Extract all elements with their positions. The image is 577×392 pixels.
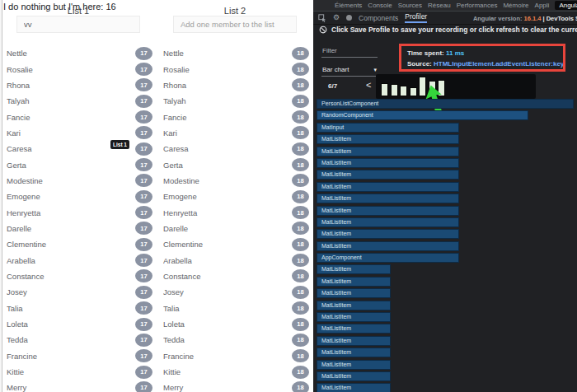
list-item[interactable]: Darelle17 (7, 221, 152, 236)
profiler-bar-matlistitem[interactable]: MatListItem (317, 217, 459, 227)
list-item[interactable]: Talia17 (7, 301, 152, 316)
chevron-down-icon: ▾ (373, 67, 377, 73)
list-item[interactable]: Nettle18 (163, 45, 309, 61)
previous-frame-button[interactable]: < (366, 80, 371, 90)
list-item[interactable]: Loleta18 (163, 316, 309, 332)
list-item[interactable]: Constance18 (163, 268, 309, 284)
list-item[interactable]: Francine17 (7, 348, 152, 364)
list-item[interactable]: Fancie17 (7, 109, 152, 124)
list-item[interactable]: Arabella17 (7, 252, 152, 268)
list-item[interactable]: Caresa18 (163, 141, 309, 156)
profiler-bar-matlistitem[interactable]: MatListItem (317, 360, 391, 370)
list-item[interactable]: Talyah17 (7, 93, 152, 109)
subtab-profiler-active[interactable]: Profiler (405, 12, 427, 23)
list1-add-member-input[interactable] (16, 16, 140, 33)
profiler-bar-matlistitem[interactable]: MatListItem (317, 324, 391, 334)
profiler-bar-matlistitem[interactable]: MatListItem (317, 301, 391, 310)
list-item[interactable]: Kittie18 (163, 364, 309, 380)
frame-bar[interactable] (400, 86, 407, 96)
list-item[interactable]: Loleta17 (7, 316, 152, 332)
list-item[interactable]: Henryetta17 (7, 204, 152, 220)
list-item[interactable]: Caresa17 (7, 141, 152, 156)
list-item[interactable]: Modestine18 (163, 173, 309, 189)
list-item[interactable]: Rosalie17 (7, 61, 152, 77)
profiler-bar-matlistitem[interactable]: MatListItem (317, 170, 459, 180)
chart-type-select[interactable]: Bar chart ▾ (321, 64, 378, 77)
profiler-bar-matlistitem[interactable]: MatListItem (317, 336, 391, 346)
list-item[interactable]: Kittie17 (7, 364, 152, 380)
profiler-bar-matlistitem[interactable]: MatListItem (317, 371, 391, 381)
list-item[interactable]: Emogene17 (7, 189, 152, 204)
list-item[interactable]: Tedda18 (163, 332, 309, 348)
profiler-bar-matlistitem[interactable]: MatListItem (317, 194, 459, 203)
list-item[interactable]: Henryetta18 (163, 204, 309, 220)
profiler-bar-matlistitem[interactable]: MatListItem (317, 134, 459, 144)
frame-bar[interactable] (410, 87, 417, 96)
tab-console[interactable]: Console (368, 2, 392, 9)
list1-members: Nettle17Rosalie17Rhona17Talyah17Fancie17… (7, 45, 152, 392)
list-item[interactable]: Merry18 (163, 380, 309, 392)
list-item[interactable]: Kari18 (163, 125, 309, 141)
profiler-bar-matlistitem[interactable]: MatListItem (317, 383, 391, 392)
list-item[interactable]: Talia18 (163, 301, 309, 316)
component-picker-icon[interactable] (318, 14, 326, 22)
list-item[interactable]: Clementine17 (7, 236, 152, 252)
tab-memory[interactable]: Mémoire (503, 2, 528, 9)
profiler-bar-matinput[interactable]: MatInput (317, 123, 459, 133)
page-scrollbar[interactable] (0, 0, 2, 392)
profiler-bar-randomcomponent[interactable]: RandomComponent (317, 110, 528, 120)
profiler-bar-matlistitem[interactable]: MatListItem (317, 312, 391, 322)
list-item[interactable]: Rhona18 (163, 77, 309, 93)
profiler-bar-matlistitem[interactable]: MatListItem (317, 182, 459, 192)
list-item[interactable]: Clementine18 (163, 236, 309, 252)
list2-add-member-input[interactable] (173, 16, 297, 33)
list-item[interactable]: Modestine17 (7, 173, 152, 189)
record-icon[interactable] (346, 15, 352, 21)
tab-angular-active[interactable]: Angular (555, 1, 577, 10)
member-count-badge: 17 (135, 206, 152, 219)
tab-network[interactable]: Réseau (428, 2, 451, 9)
profiler-bar-matlistitem[interactable]: MatListItem (317, 348, 391, 357)
profiler-bar-matlistitem[interactable]: MatListItem (317, 288, 391, 298)
list-item[interactable]: Emogene18 (163, 189, 309, 204)
profiler-bar-matlistitem[interactable]: MatListItem (317, 158, 459, 168)
list-item[interactable]: Arabella18 (163, 252, 309, 268)
frame-bar[interactable] (391, 84, 398, 96)
profiler-bar-personlistcomponent[interactable]: PersonListComponent (317, 99, 574, 109)
profiler-bar-matlistitem[interactable]: MatListItem (317, 264, 391, 274)
list-item[interactable]: Nettle17 (7, 45, 152, 61)
frame-bar[interactable] (381, 83, 388, 96)
profiler-filter-input[interactable] (321, 45, 378, 58)
settings-gear-icon[interactable]: ⚙ (333, 14, 340, 21)
member-count-badge: 17 (135, 158, 152, 171)
profiler-bar-appcomponent[interactable]: AppComponent (317, 253, 459, 263)
subtab-components[interactable]: Components (359, 14, 398, 22)
list-item[interactable]: Francine18 (163, 348, 309, 364)
profiler-bar-matlistitem[interactable]: MatListItem (317, 241, 459, 251)
member-count-badge: 18 (292, 286, 309, 299)
profiler-bar-matlistitem[interactable]: MatListItem (317, 147, 459, 156)
list-item[interactable]: Talyah18 (163, 93, 309, 109)
list-item[interactable]: Rosalie18 (163, 61, 309, 77)
list-item[interactable]: Josey18 (163, 284, 309, 300)
list-item[interactable]: Constance17 (7, 268, 152, 284)
list-item[interactable]: Tedda17 (7, 332, 152, 348)
member-name: Francine (7, 352, 37, 361)
list-item[interactable]: Gerta18 (163, 156, 309, 172)
profiler-bar-matlistitem[interactable]: MatListItem (317, 206, 459, 216)
source-link[interactable]: HTMLInputElement.addEventListener:keydow… (434, 60, 565, 68)
member-count-badge: 18 (292, 334, 309, 347)
tab-application[interactable]: Appli (535, 2, 550, 9)
tab-sources[interactable]: Sources (398, 2, 422, 9)
list-item[interactable]: Merry17 (7, 380, 152, 392)
tab-elements[interactable]: Éléments (335, 2, 362, 9)
list-item[interactable]: Gerta17 (7, 156, 152, 172)
profiler-bar-matlistitem[interactable]: MatListItem (317, 277, 391, 287)
list-item[interactable]: Darelle18 (163, 221, 309, 236)
list-item[interactable]: Josey17 (7, 284, 152, 300)
list-item[interactable]: Fancie18 (163, 109, 309, 124)
list-item[interactable]: Rhona17 (7, 77, 152, 93)
list-item[interactable]: Kari17 (7, 125, 152, 141)
profiler-bar-matlistitem[interactable]: MatListItem (317, 229, 459, 239)
tab-performance[interactable]: Performances (457, 2, 498, 9)
